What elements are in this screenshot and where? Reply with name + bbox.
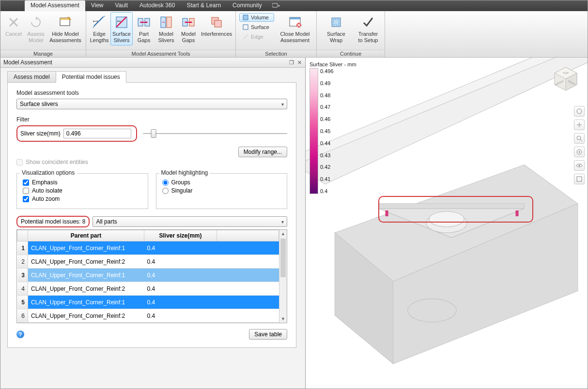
orbit-icon[interactable] [574, 147, 585, 157]
svg-point-35 [579, 165, 580, 166]
look-icon[interactable] [574, 160, 585, 171]
edge2-icon [242, 33, 249, 40]
part-gaps-button[interactable]: Part Gaps [133, 12, 155, 45]
panel-title: Model Assessment [3, 59, 52, 66]
panel-tabs: Assess model Potential model issues [7, 71, 296, 83]
groups-radio[interactable] [162, 180, 169, 186]
menu-tab-community[interactable]: Community [227, 0, 268, 11]
check-icon [360, 15, 376, 30]
table-row[interactable]: 6CLAN_Upper_Front_Corner_Reinf:20.4 [17, 309, 279, 323]
chevron-down-icon: ▾ [281, 102, 284, 107]
menu-tab-model-assessment[interactable]: Model Assessment [25, 0, 85, 11]
svg-rect-0 [272, 3, 278, 7]
col-parent-part[interactable]: Parent part [28, 230, 144, 241]
col-sliver-size[interactable]: Sliver size(mm) [144, 230, 217, 241]
svg-point-30 [577, 136, 581, 140]
tab-assess-model[interactable]: Assess model [7, 71, 56, 83]
ribbon-group-continue: Surface Wrap Transfer to Setup Continue [317, 11, 385, 57]
ribbon-group-label: Continue [317, 50, 385, 57]
menu-tab-vault[interactable]: Vault [109, 0, 134, 11]
save-table-button[interactable]: Save table [249, 329, 287, 340]
legend-tick: 0.496 [320, 68, 334, 74]
table-scrollbar[interactable]: ▲ ▼ [279, 230, 287, 323]
auto-isolate-checkbox[interactable] [23, 188, 29, 194]
auto-zoom-checkbox[interactable] [23, 196, 29, 202]
hide-assessments-button[interactable]: Hide Model Assessments [47, 12, 84, 45]
model-slivers-button[interactable]: Model Slivers [155, 12, 177, 45]
emphasis-checkbox[interactable] [23, 180, 29, 186]
fit-icon[interactable] [574, 174, 585, 184]
legend-tick: 0.49 [320, 80, 334, 86]
surface-icon [242, 24, 249, 30]
svg-line-31 [580, 139, 582, 141]
close-icon[interactable]: ✕ [296, 60, 302, 65]
svg-point-33 [579, 151, 580, 153]
issues-count: Potential model issues: 8 [16, 216, 90, 227]
surface-slivers-button[interactable]: Surface Slivers [110, 12, 133, 45]
issues-table: Parent part Sliver size(mm) 1CLAN_Upper_… [16, 229, 287, 323]
help-dropdown-icon[interactable] [272, 0, 280, 11]
svg-rect-12 [215, 20, 221, 27]
menu-tab-autodesk360[interactable]: Autodesk 360 [134, 0, 181, 11]
volume-toggle[interactable]: Volume [239, 13, 274, 22]
panel-titlebar: Model Assessment ❐ ✕ [0, 58, 305, 68]
edge-toggle: Edge [239, 32, 274, 41]
ribbon-group-manage: Cancel Assess Model Hide Model Assessmen… [0, 11, 86, 57]
parts-filter-dropdown[interactable]: All parts ▾ [93, 216, 287, 227]
sliver-size-input[interactable]: 0.496 [63, 129, 131, 138]
legend-gradient [309, 68, 318, 194]
refresh-icon [28, 15, 44, 30]
surface-toggle[interactable]: Surface [239, 23, 274, 31]
ribbon-group-assess-tools: Edge Lengths Surface Slivers Part Gaps M… [86, 11, 236, 57]
svg-point-29 [577, 109, 582, 114]
viewcube[interactable]: TOP FRONT RIGHT [553, 66, 579, 90]
zoom-icon[interactable] [574, 133, 585, 144]
table-row[interactable]: 3CLAN_Upper_Front_Corner_Reinf:10.4 [17, 269, 279, 282]
svg-rect-36 [577, 177, 582, 181]
model-highlighting-group: Model highlighting Groups Singular [156, 173, 288, 209]
menu-tab-start-learn[interactable]: Start & Learn [181, 0, 227, 11]
close-model-assessment-button[interactable]: Close Model Assessment [276, 12, 314, 45]
menu-tab-view[interactable]: View [85, 0, 109, 11]
legend-tick: 0.44 [320, 140, 334, 146]
transfer-setup-button[interactable]: Transfer to Setup [354, 12, 383, 45]
table-row[interactable]: 4CLAN_Upper_Front_Corner_Reinf:20.4 [17, 282, 279, 296]
interferences-button[interactable]: Interferences [200, 12, 233, 40]
tab-potential-issues[interactable]: Potential model issues [56, 71, 126, 83]
nav-wheel-icon[interactable] [574, 106, 585, 117]
surface-wrap-button[interactable]: Surface Wrap [319, 12, 354, 45]
tools-label: Model assessment tools [16, 90, 287, 96]
undock-icon[interactable]: ❐ [289, 60, 294, 65]
pan-icon[interactable] [574, 120, 585, 130]
cancel-button[interactable]: Cancel [2, 12, 25, 40]
help-icon[interactable]: ? [16, 330, 24, 338]
model-assessment-panel: Model Assessment ❐ ✕ Assess model Potent… [0, 58, 306, 389]
legend-tick: 0.42 [320, 164, 334, 170]
sliver-icon [114, 15, 129, 30]
tools-dropdown[interactable]: Surface slivers ▾ [16, 99, 287, 109]
filter-label: Filter [16, 116, 287, 123]
gap-icon [136, 15, 152, 30]
ribbon: Cancel Assess Model Hide Model Assessmen… [0, 11, 588, 58]
legend-tick: 0.45 [320, 128, 334, 134]
ribbon-group-label: Selection [236, 50, 316, 57]
sliver-size-slider[interactable] [143, 129, 287, 138]
assess-model-button[interactable]: Assess Model [25, 12, 47, 45]
sliver2-icon [158, 15, 174, 30]
table-row[interactable]: 2CLAN_Upper_Front_Corner_Reinf:20.4 [17, 255, 279, 269]
svg-rect-13 [243, 15, 248, 20]
scroll-down-icon[interactable]: ▼ [279, 315, 287, 323]
3d-viewport[interactable]: Surface Sliver - mm 0.4960.490.480.470.4… [306, 58, 588, 389]
singular-radio[interactable] [162, 188, 169, 194]
model-gaps-button[interactable]: Model Gaps [177, 12, 200, 45]
svg-rect-8 [167, 17, 171, 28]
coincident-label: Show coincident entities [26, 159, 88, 165]
modify-range-button[interactable]: Modify range... [238, 147, 287, 157]
scroll-up-icon[interactable]: ▲ [279, 230, 287, 238]
table-row[interactable]: 5CLAN_Upper_Front_Corner_Reinf:10.4 [17, 296, 279, 309]
wrap-icon [328, 15, 344, 30]
table-row[interactable]: 1CLAN_Upper_Front_Corner_Reinf:10.4 [17, 241, 279, 255]
gap2-icon [181, 15, 196, 30]
legend-tick: 0.4 [320, 188, 334, 194]
edge-lengths-button[interactable]: Edge Lengths [88, 12, 110, 45]
